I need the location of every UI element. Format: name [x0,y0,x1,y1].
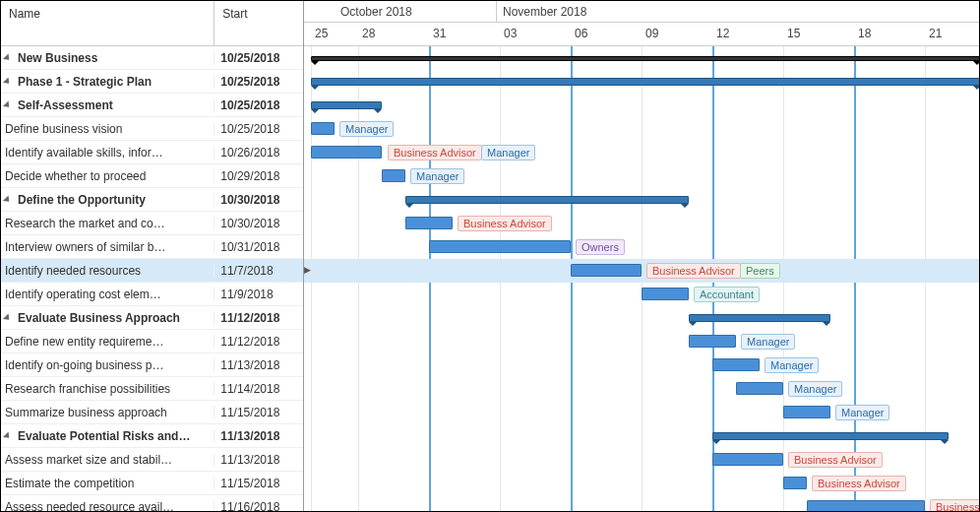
task-row[interactable]: Identify operating cost elem…11/9/2018 [1,283,303,306]
task-start-date: 11/16/2018 [214,500,303,512]
summary-bar[interactable] [405,196,689,204]
chart-row: Manager [304,117,979,141]
task-name: Identify needed resources [5,264,141,278]
chart-row: Business Advisor [304,495,979,511]
gantt-chart[interactable]: October 2018November 2018 25283103060912… [304,1,979,511]
chart-row: Business Advisor [304,448,979,472]
chart-row: Business AdvisorManager [304,141,979,164]
task-name: Evaluate Potential Risks and… [18,429,190,443]
resource-tag: Manager [410,168,464,184]
task-name: Summarize business approach [5,406,167,419]
expand-toggle-icon[interactable] [5,313,15,323]
day-tick: 12 [712,23,783,46]
resource-tag: Manager [481,145,535,160]
chart-row: Business Advisor [304,212,979,235]
task-row[interactable]: Research the market and co…10/30/2018 [1,212,303,235]
task-bar[interactable] [311,146,382,159]
task-row[interactable]: Define new entity requireme…11/12/2018 [1,330,303,353]
chart-body[interactable]: ManagerBusiness AdvisorManagerManagerBus… [304,46,979,511]
grid-body[interactable]: New Business10/25/2018Phase 1 - Strategi… [1,46,303,511]
task-start-date: 11/15/2018 [214,477,303,490]
task-start-date: 11/14/2018 [214,382,303,396]
task-row[interactable]: Assess market size and stabil…11/13/2018 [1,448,303,472]
task-name: Define new entity requireme… [5,335,163,349]
task-row[interactable]: New Business10/25/2018 [1,46,303,70]
resource-tag: Business Advisor [646,263,741,279]
task-row[interactable]: Define the Opportunity10/30/2018 [1,188,303,212]
resource-tag: Owners [576,239,625,255]
summary-bar[interactable] [311,56,979,61]
task-name: Decide whether to proceed [5,169,146,183]
chart-row [304,188,979,212]
chart-row [304,306,979,330]
task-bar[interactable] [642,288,689,300]
task-row[interactable]: Summarize business approach11/15/2018 [1,401,303,424]
resource-tag: Manager [788,381,842,397]
day-tick: 21 [925,23,979,46]
task-bar[interactable] [311,122,335,135]
task-start-date: 11/7/2018 [214,264,303,278]
task-bar[interactable] [783,406,830,418]
current-row-indicator-icon: ▶ [304,265,311,275]
resource-tag: Manager [835,405,889,420]
expand-toggle-icon[interactable] [5,53,15,63]
resource-tag: Manager [741,334,795,350]
task-bar[interactable] [712,453,783,466]
resource-tag: Manager [765,357,819,373]
task-row[interactable]: Phase 1 - Strategic Plan10/25/2018 [1,70,303,94]
task-start-date: 11/13/2018 [214,429,303,443]
task-name: Self-Assessment [18,98,113,112]
chart-row [304,70,979,94]
task-bar[interactable] [405,217,453,229]
month-label: October 2018 [335,1,497,23]
summary-bar[interactable] [712,432,949,440]
task-row[interactable]: Identify on-going business p…11/13/2018 [1,353,303,377]
summary-bar[interactable] [689,314,830,322]
chart-row: ▶Business AdvisorPeers [304,259,979,283]
task-bar[interactable] [571,264,642,277]
col-header-name[interactable]: Name [1,1,214,45]
task-name: Define the Opportunity [18,193,146,207]
task-bar[interactable] [712,358,760,371]
day-tick: 31 [429,23,500,46]
expand-toggle-icon[interactable] [5,100,15,110]
expand-toggle-icon[interactable] [5,431,15,441]
task-name: Evaluate Business Approach [18,311,180,325]
chart-row: Business Advisor [304,472,979,495]
task-start-date: 10/25/2018 [214,51,303,65]
task-row[interactable]: Estimate the competition11/15/2018 [1,472,303,495]
task-start-date: 10/30/2018 [214,217,303,230]
task-row[interactable]: Identify available skills, infor…10/26/2… [1,141,303,164]
summary-bar[interactable] [311,101,382,109]
task-row[interactable]: Identify needed resources11/7/2018 [1,259,303,283]
task-name: Interview owners of similar b… [5,240,165,254]
task-row[interactable]: Interview owners of similar b…10/31/2018 [1,235,303,259]
col-header-start[interactable]: Start [214,1,303,45]
summary-bar[interactable] [311,78,979,86]
task-start-date: 11/13/2018 [214,453,303,467]
task-bar[interactable] [689,335,736,348]
task-start-date: 10/26/2018 [214,146,303,160]
task-row[interactable]: Evaluate Business Approach11/12/2018 [1,306,303,330]
task-bar[interactable] [382,169,405,182]
task-start-date: 11/9/2018 [214,288,303,301]
task-row[interactable]: Decide whether to proceed10/29/2018 [1,164,303,188]
expand-toggle-icon[interactable] [5,77,15,87]
chart-row [304,46,979,70]
task-row[interactable]: Assess needed resource avail…11/16/2018 [1,495,303,511]
task-bar[interactable] [429,240,571,253]
task-bar[interactable] [783,477,807,489]
task-start-date: 10/31/2018 [214,240,303,254]
task-row[interactable]: Evaluate Potential Risks and…11/13/2018 [1,424,303,448]
expand-toggle-icon[interactable] [5,195,15,205]
task-bar[interactable] [736,382,783,395]
task-name: Estimate the competition [5,477,134,490]
task-bar[interactable] [807,500,925,511]
resource-tag: Accountant [694,287,760,302]
task-row[interactable]: Research franchise possibilities11/14/20… [1,377,303,401]
task-start-date: 11/13/2018 [214,358,303,372]
task-name: Identify on-going business p… [5,358,163,372]
task-row[interactable]: Define business vision10/25/2018 [1,117,303,141]
task-name: Define business vision [5,122,122,136]
task-row[interactable]: Self-Assessment10/25/2018 [1,94,303,117]
